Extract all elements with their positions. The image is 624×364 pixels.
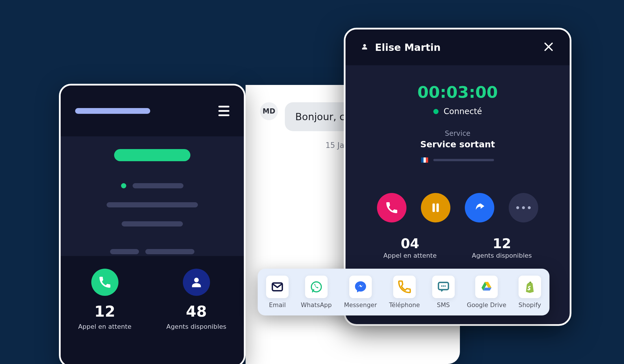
queue-card: 12 Appel en attente 48 Agents disponible… [59, 84, 246, 364]
stat-waiting-calls: 04 Appel en attente [383, 236, 437, 259]
text-placeholder [107, 202, 198, 207]
channel-google-drive[interactable]: Google Drive [467, 276, 506, 309]
caller-name-text: Elise Martin [375, 42, 441, 53]
svg-point-8 [443, 285, 444, 287]
phone-icon[interactable] [91, 269, 118, 296]
svg-rect-2 [432, 203, 435, 212]
channel-whatsapp[interactable]: WhatsApp [301, 276, 332, 309]
channel-strip: Email WhatsApp Messenger Téléphone SMS [258, 269, 549, 315]
agents-count: 12 [493, 236, 511, 251]
waiting-count: 04 [401, 236, 419, 251]
hangup-button[interactable] [377, 193, 406, 222]
channel-messenger[interactable]: Messenger [344, 276, 377, 309]
channel-label: Messenger [344, 302, 377, 309]
call-timer: 00:03:00 [360, 83, 555, 101]
close-icon[interactable] [543, 41, 555, 54]
channel-label: SMS [437, 302, 450, 309]
stat-agents: 48 Agents disponibles [166, 269, 226, 330]
transfer-button[interactable] [465, 193, 494, 222]
caller-name: Elise Martin [361, 42, 441, 53]
agents-count: 48 [186, 303, 207, 320]
text-placeholder [110, 249, 139, 254]
text-placeholder [145, 249, 194, 254]
channel-label: Google Drive [467, 302, 506, 309]
svg-point-0 [194, 278, 199, 282]
stat-agents: 12 Agents disponibles [472, 236, 532, 259]
call-status: Connecté [360, 107, 555, 116]
channel-telephone[interactable]: Téléphone [389, 276, 420, 309]
text-placeholder-row [69, 221, 235, 226]
agents-label: Agents disponibles [472, 252, 532, 259]
text-placeholder [122, 221, 183, 226]
email-icon [266, 276, 289, 298]
sms-icon [432, 276, 455, 298]
text-placeholder-row [69, 249, 235, 254]
flag-france-icon [421, 157, 428, 163]
text-placeholder [133, 183, 183, 188]
menu-icon[interactable] [218, 106, 229, 116]
channel-sms[interactable]: SMS [432, 276, 455, 309]
status-dot-icon [433, 109, 439, 114]
more-button[interactable] [509, 193, 538, 222]
status-pill[interactable] [114, 149, 190, 161]
status-line [69, 183, 235, 188]
google-drive-icon [475, 276, 498, 298]
agents-label: Agents disponibles [166, 323, 226, 330]
waiting-count: 12 [94, 303, 115, 320]
service-name: Service sortant [360, 139, 555, 149]
channel-label: Téléphone [389, 302, 420, 309]
header-title-placeholder [75, 108, 150, 114]
channel-shopify[interactable]: Shopify [519, 276, 541, 309]
svg-point-1 [363, 44, 366, 47]
waiting-label: Appel en attente [78, 323, 131, 330]
messenger-icon [349, 276, 372, 298]
channel-label: Email [269, 302, 286, 309]
status-label: Connecté [444, 107, 482, 116]
shopify-icon [519, 276, 541, 298]
channel-label: Shopify [519, 302, 541, 309]
avatar: MD [260, 102, 278, 120]
whatsapp-icon [305, 276, 328, 298]
service-header: Service [360, 129, 555, 138]
svg-point-7 [441, 285, 443, 287]
person-icon[interactable] [183, 269, 210, 296]
stat-waiting-calls: 12 Appel en attente [78, 269, 131, 330]
text-placeholder-row [69, 202, 235, 207]
person-icon [361, 42, 369, 53]
waiting-label: Appel en attente [383, 252, 437, 259]
svg-point-9 [444, 285, 446, 287]
svg-rect-3 [437, 203, 439, 212]
channel-email[interactable]: Email [266, 276, 289, 309]
queue-header [61, 86, 244, 136]
phone-icon [393, 276, 416, 298]
phone-number-placeholder [433, 159, 494, 161]
status-dot-icon [121, 183, 126, 188]
channel-label: WhatsApp [301, 302, 332, 309]
pause-button[interactable] [421, 193, 450, 222]
